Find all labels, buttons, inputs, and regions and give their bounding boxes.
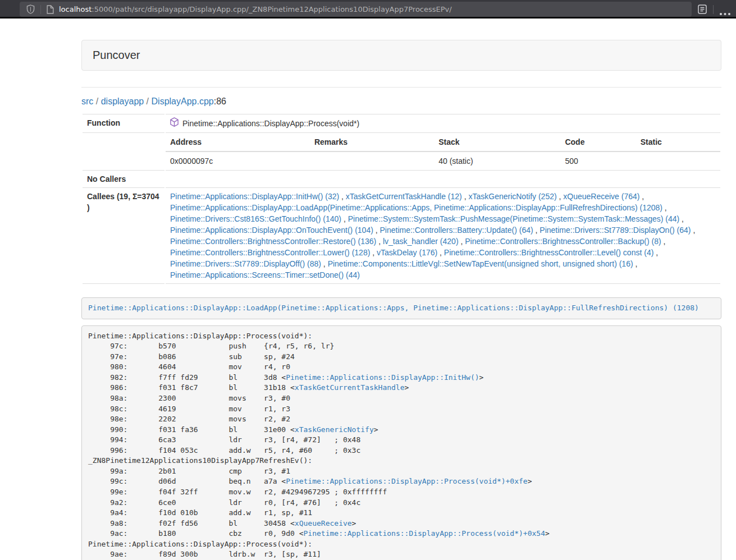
callee-link[interactable]: Pinetime::Controllers::BrightnessControl… (465, 237, 661, 246)
site-identity-page-icon[interactable] (47, 5, 54, 14)
reader-mode-icon[interactable] (697, 4, 707, 17)
stack-value: 40 (static) (434, 152, 560, 170)
shield-icon[interactable] (26, 4, 35, 14)
metrics-cell: Address Remarks Stack Code Static 0x0000… (166, 132, 720, 170)
callees-label: Callees (19, Σ=3704 ) (83, 187, 164, 284)
callee-link[interactable]: xQueueReceive (764) (563, 192, 639, 201)
metrics-row-label (83, 132, 164, 170)
code-value: 500 (560, 152, 636, 170)
callee-link[interactable]: Pinetime::Applications::DisplayApp::OnTo… (170, 226, 373, 235)
metrics-values-row: 0x0000097c 40 (static) 500 (166, 152, 720, 170)
function-name: Pinetime::Applications::DisplayApp::Proc… (182, 118, 359, 129)
no-callers-label: No Callers (83, 170, 164, 187)
url-host: localhost (59, 5, 92, 13)
page-container: Puncover src / displayapp / DisplayApp.c… (81, 40, 721, 560)
breadcrumb-line-number: :86 (214, 97, 226, 106)
function-row: Function Pinetime::Applications::Display… (83, 114, 720, 132)
disassembly-symbol-link[interactable]: Pinetime::Applications::DisplayApp::Init… (286, 373, 479, 382)
callee-link[interactable]: xTaskGenericNotify (252) (468, 192, 556, 201)
address-value: 0x0000097c (166, 152, 310, 170)
callee-link[interactable]: Pinetime::Applications::Screens::Timer::… (170, 270, 360, 279)
disassembly-code: Pinetime::Applications::DisplayApp::Proc… (88, 332, 550, 560)
column-header-stack: Stack (434, 133, 560, 152)
breadcrumb: src / displayapp / DisplayApp.cpp:86 (81, 96, 721, 107)
url-path: :5000/path/src/displayapp/DisplayApp.cpp… (92, 5, 451, 13)
callee-link[interactable]: xTaskGetCurrentTaskHandle (12) (346, 192, 462, 201)
url-text: localhost:5000/path/src/displayapp/Displ… (59, 5, 452, 13)
callee-link[interactable]: Pinetime::Drivers::St7789::DisplayOff() … (170, 259, 321, 268)
snippet-link[interactable]: Pinetime::Applications::DisplayApp::Load… (88, 304, 699, 312)
disassembly-symbol-link[interactable]: xQueueReceive (295, 519, 352, 527)
callee-link[interactable]: Pinetime::Drivers::Cst816S::GetTouchInfo… (170, 214, 341, 223)
disassembly-block: Pinetime::Applications::DisplayApp::Proc… (81, 325, 721, 560)
disassembly-symbol-link[interactable]: Pinetime::Applications::DisplayApp::Proc… (286, 477, 527, 485)
callee-link[interactable]: Pinetime::Controllers::Battery::Update()… (380, 226, 533, 235)
chrome-divider (713, 5, 714, 14)
disassembly-symbol-link[interactable]: Pinetime::Applications::DisplayApp::Proc… (304, 529, 545, 538)
breadcrumb-separator: / (144, 97, 151, 106)
callee-link[interactable]: Pinetime::Applications::DisplayApp::Init… (170, 192, 339, 201)
callee-link[interactable]: lv_task_handler (420) (383, 237, 459, 246)
remarks-value (310, 152, 434, 170)
url-bar-divider (40, 5, 41, 14)
callees-list: Pinetime::Applications::DisplayApp::Init… (166, 187, 720, 284)
function-label: Function (83, 114, 164, 132)
callee-link[interactable]: Pinetime::Drivers::St7789::DisplayOn() (… (540, 226, 691, 235)
breadcrumb-link-file[interactable]: DisplayApp.cpp (152, 97, 214, 106)
disassembly-symbol-link[interactable]: xTaskGenericNotify (295, 425, 374, 434)
column-header-remarks: Remarks (310, 133, 434, 152)
metrics-table: Address Remarks Stack Code Static 0x0000… (166, 133, 720, 170)
no-callers-cell (166, 170, 720, 187)
breadcrumb-link-displayapp[interactable]: displayapp (101, 97, 144, 106)
column-header-address: Address (166, 133, 310, 152)
url-bar[interactable]: localhost:5000/path/src/displayapp/Displ… (20, 2, 692, 17)
breadcrumb-separator: / (93, 97, 100, 106)
no-callers-row: No Callers (83, 170, 720, 187)
callee-link[interactable]: Pinetime::Components::LittleVgl::SetNewT… (328, 259, 633, 268)
app-title: Puncover (93, 49, 140, 62)
disassembly-symbol-link[interactable]: xTaskGetCurrentTaskHandle (295, 383, 405, 392)
callee-link[interactable]: Pinetime::Controllers::BrightnessControl… (170, 248, 370, 257)
function-cell: Pinetime::Applications::DisplayApp::Proc… (166, 114, 720, 132)
callee-link[interactable]: Pinetime::Controllers::BrightnessControl… (444, 248, 653, 257)
brand-panel: Puncover (81, 40, 721, 71)
callee-link[interactable]: vTaskDelay (176) (377, 248, 437, 257)
symbol-cube-icon (170, 117, 179, 130)
browser-chrome: localhost:5000/path/src/displayapp/Displ… (0, 0, 736, 19)
breadcrumb-link-src[interactable]: src (81, 97, 93, 106)
callee-link[interactable]: Pinetime::Applications::DisplayApp::Load… (170, 203, 662, 212)
metrics-row: Address Remarks Stack Code Static 0x0000… (83, 132, 720, 170)
overflow-menu-icon[interactable] (719, 7, 732, 18)
callees-row: Callees (19, Σ=3704 ) Pinetime::Applicat… (83, 187, 720, 284)
column-header-code: Code (560, 133, 636, 152)
callee-link[interactable]: Pinetime::Controllers::BrightnessControl… (170, 237, 376, 246)
divider (81, 87, 721, 88)
snippet-block: Pinetime::Applications::DisplayApp::Load… (81, 297, 721, 319)
column-header-static: Static (636, 133, 720, 152)
callee-link[interactable]: Pinetime::System::SystemTask::PushMessag… (348, 214, 680, 223)
symbol-table: Function Pinetime::Applications::Display… (81, 114, 721, 284)
static-value (636, 152, 720, 170)
